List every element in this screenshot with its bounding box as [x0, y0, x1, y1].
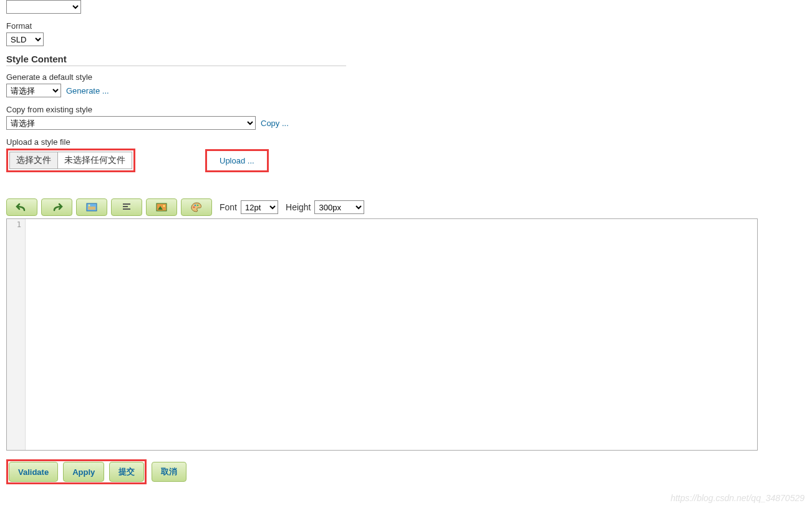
- svg-rect-4: [123, 206, 128, 207]
- insert-image-button[interactable]: [146, 198, 177, 216]
- generate-link[interactable]: Generate ...: [66, 86, 109, 95]
- style-content-heading: Style Content: [6, 54, 346, 66]
- svg-point-10: [195, 205, 196, 207]
- validate-button[interactable]: Validate: [9, 462, 58, 482]
- image-icon: [156, 203, 167, 212]
- style-editor[interactable]: 1: [6, 218, 758, 451]
- goto-icon: [86, 203, 97, 212]
- svg-rect-6: [157, 203, 167, 211]
- svg-point-2: [89, 205, 90, 207]
- font-label: Font: [220, 202, 237, 212]
- svg-rect-1: [88, 207, 95, 210]
- palette-icon: [191, 202, 202, 212]
- color-button[interactable]: [181, 198, 212, 216]
- reformat-icon: [122, 203, 132, 212]
- svg-point-9: [193, 207, 195, 208]
- submit-button[interactable]: 提交: [109, 462, 144, 482]
- action-highlight: Validate Apply 提交: [6, 459, 147, 484]
- redo-button[interactable]: [41, 198, 72, 216]
- generate-label: Generate a default style: [6, 72, 806, 82]
- cancel-button[interactable]: 取消: [152, 462, 186, 482]
- format-select[interactable]: SLD: [6, 32, 44, 46]
- svg-point-11: [197, 205, 199, 207]
- redo-icon: [51, 202, 63, 212]
- svg-point-8: [163, 205, 165, 207]
- undo-icon: [16, 202, 28, 212]
- choose-file-button[interactable]: 选择文件: [10, 152, 58, 169]
- svg-rect-3: [123, 203, 130, 205]
- reformat-button[interactable]: [111, 198, 142, 216]
- editor-body[interactable]: [26, 219, 757, 450]
- file-chooser-highlight: 选择文件 未选择任何文件: [6, 149, 135, 172]
- upload-link-highlight: Upload ...: [205, 149, 269, 172]
- format-label: Format: [6, 21, 806, 31]
- goto-button[interactable]: [76, 198, 107, 216]
- editor-gutter: 1: [7, 219, 26, 450]
- file-status-text: 未选择任何文件: [58, 152, 132, 169]
- workspace-select[interactable]: [6, 0, 81, 14]
- editor-toolbar: Font 12pt Height 300px: [6, 198, 806, 216]
- height-label: Height: [286, 202, 311, 212]
- svg-rect-5: [123, 208, 130, 210]
- copy-label: Copy from existing style: [6, 105, 806, 114]
- generate-select[interactable]: 请选择: [6, 84, 61, 97]
- line-number: 1: [7, 220, 21, 229]
- undo-button[interactable]: [6, 198, 37, 216]
- height-select[interactable]: 300px: [314, 200, 364, 214]
- copy-select[interactable]: 请选择: [6, 116, 256, 130]
- file-chooser[interactable]: 选择文件 未选择任何文件: [9, 152, 132, 169]
- upload-link[interactable]: Upload ...: [220, 156, 254, 165]
- action-row: Validate Apply 提交 取消: [6, 459, 806, 484]
- copy-link[interactable]: Copy ...: [261, 119, 289, 128]
- upload-label: Upload a style file: [6, 137, 806, 147]
- apply-button[interactable]: Apply: [63, 462, 104, 482]
- font-select[interactable]: 12pt: [241, 200, 278, 214]
